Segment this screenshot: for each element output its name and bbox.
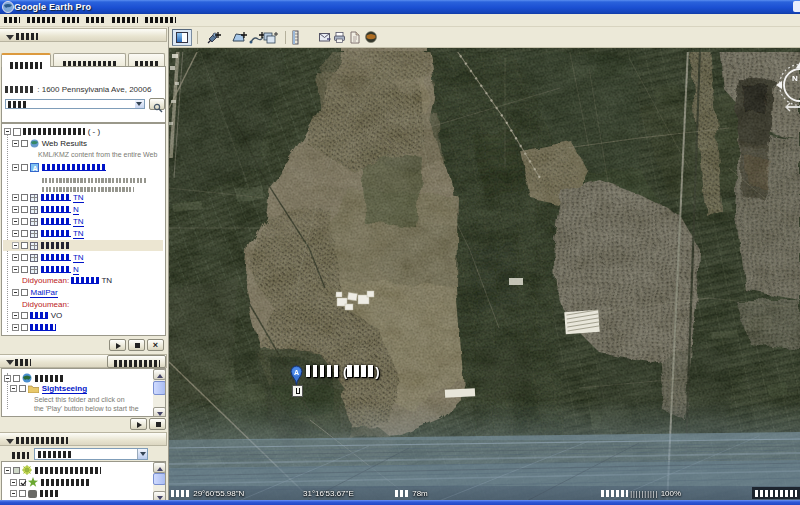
svg-text:N: N bbox=[792, 74, 798, 83]
svg-text:A: A bbox=[294, 369, 299, 376]
